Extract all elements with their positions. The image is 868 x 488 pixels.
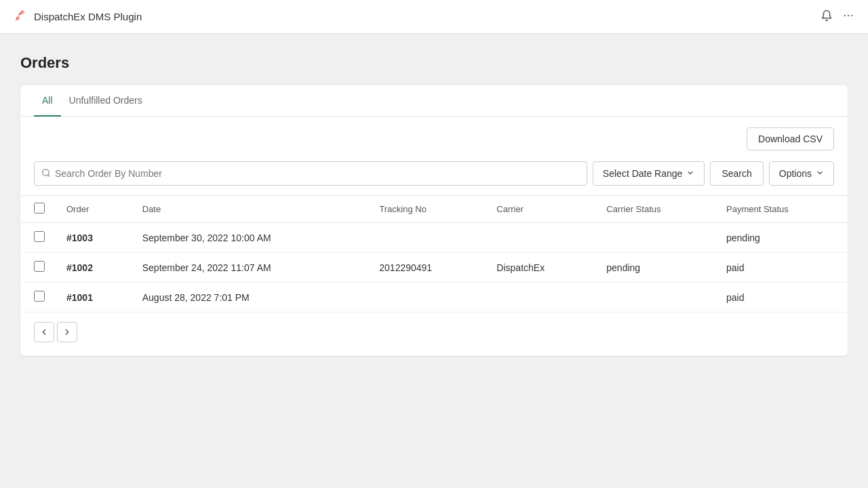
options-chevron-down-icon [816,169,824,178]
search-button[interactable]: Search [710,161,763,186]
next-page-button[interactable] [57,322,77,342]
row-carrier-status-0 [595,223,715,253]
pagination [20,312,848,342]
download-csv-button[interactable]: Download CSV [747,127,834,150]
app-title: DispatchEx DMS Plugin [34,11,142,22]
svg-point-3 [851,14,852,16]
row-checkbox-1[interactable] [34,261,45,272]
svg-line-5 [48,174,50,176]
col-order: Order [56,196,132,223]
select-all-checkbox[interactable] [34,203,45,214]
row-payment-status-2: paid [715,283,848,312]
top-bar-right [821,9,854,24]
orders-table: Order Date Tracking No Carrier Carrier S… [20,195,848,312]
row-checkbox-0[interactable] [34,231,45,242]
row-date-0: September 30, 2022 10:00 AM [132,223,369,253]
table-row: #1001 August 28, 2022 7:01 PM paid [20,283,848,312]
row-checkbox-cell-0 [20,223,56,253]
more-icon[interactable] [842,9,854,24]
svg-point-0 [22,12,24,14]
table-row: #1003 September 30, 2022 10:00 AM pendin… [20,223,848,253]
col-payment-status: Payment Status [715,196,848,223]
col-carrier-status: Carrier Status [595,196,715,223]
row-order-1: #1002 [56,253,132,283]
row-payment-status-1: paid [715,253,848,283]
row-checkbox-2[interactable] [34,291,45,302]
row-payment-status-0: pending [715,223,848,253]
select-all-header [20,196,56,223]
tabs-container: All Unfulfilled Orders [20,85,848,117]
tab-all[interactable]: All [34,85,61,117]
row-tracking-2 [368,283,486,312]
search-bar: Select Date Range Search Options [20,156,848,195]
page-title: Orders [20,54,848,72]
main-content: Orders All Unfulfilled Orders Download C… [0,34,868,376]
chevron-down-icon [686,169,694,178]
row-tracking-0 [368,223,486,253]
row-date-2: August 28, 2022 7:01 PM [132,283,369,312]
tab-unfulfilled[interactable]: Unfulfilled Orders [61,85,151,117]
col-tracking: Tracking No [368,196,486,223]
table-row: #1002 September 24, 2022 11:07 AM 201229… [20,253,848,283]
bell-icon[interactable] [821,9,833,24]
row-checkbox-cell-1 [20,253,56,283]
row-checkbox-cell-2 [20,283,56,312]
svg-point-1 [844,14,846,16]
app-logo-icon [14,7,28,26]
row-carrier-2 [486,283,595,312]
search-input-wrapper [34,161,587,186]
toolbar: Download CSV [20,117,848,156]
row-order-2: #1001 [56,283,132,312]
col-carrier: Carrier [486,196,595,223]
prev-page-button[interactable] [34,322,54,342]
row-order-0: #1003 [56,223,132,253]
top-bar-left: DispatchEx DMS Plugin [14,7,142,26]
row-carrier-status-2 [595,283,715,312]
search-input[interactable] [55,168,580,179]
table-header-row: Order Date Tracking No Carrier Carrier S… [20,196,848,223]
row-date-1: September 24, 2022 11:07 AM [132,253,369,283]
svg-point-2 [848,14,849,16]
row-tracking-1: 2012290491 [368,253,486,283]
search-icon [41,168,51,180]
orders-card: All Unfulfilled Orders Download CSV Sele… [20,85,848,356]
row-carrier-status-1: pending [595,253,715,283]
col-date: Date [132,196,369,223]
row-carrier-0 [486,223,595,253]
options-button[interactable]: Options [769,161,834,186]
top-bar: DispatchEx DMS Plugin [0,0,868,34]
row-carrier-1: DispatchEx [486,253,595,283]
date-range-button[interactable]: Select Date Range [593,161,705,186]
